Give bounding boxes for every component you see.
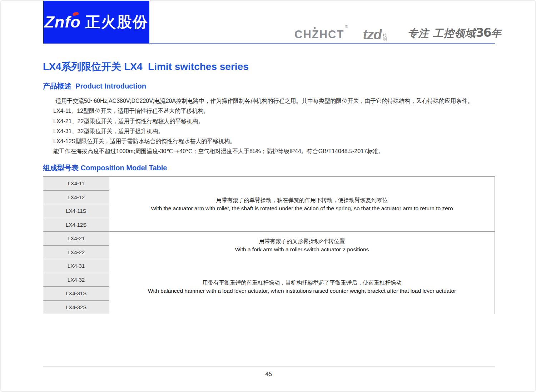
model-cell: LX4-32S (43, 300, 109, 314)
brand-logo-chinese: 正火股份 (85, 12, 148, 32)
description-cell: 用带有滚子的单臂操动，轴在弹簧的作用下转动，使操动臂恢复到零位 With the… (109, 177, 495, 232)
description-chinese: 用带有滚子的叉形臂操动2个转位置 (116, 238, 487, 245)
brand-logo-latin-text: Znfo (44, 13, 80, 31)
intro-paragraph: LX4-12S型限位开关，适用于需防水场合的惰性行程水甚大的平移机构。 (43, 136, 504, 146)
table-row: LX4-11 用带有滚子的单臂操动，轴在弹簧的作用下转动，使操动臂恢复到零位 W… (43, 177, 495, 191)
brand-slogan: 专注 工控领域36年 (407, 26, 501, 42)
chzhct-logo-text: CHZHCT (294, 28, 344, 41)
tzd-logo: tzd 特 制 (363, 28, 387, 42)
model-cell: LX4-11S (43, 204, 109, 218)
slogan-suffix: 年 (491, 27, 501, 39)
header-right-logos: CHZHCT® tzd 特 制 专注 工控领域36年 (294, 21, 496, 42)
table-row: LX4-31 用带有平衡重锤的荷重杠杆操动，当机构托架举起了平衡重锤后，使荷重杠… (43, 259, 495, 273)
slogan-prefix: 专注 工控领域 (407, 27, 476, 39)
section-heading-composition-model-table: 组成型号表 Composition Model Table (43, 163, 167, 173)
description-english: With a fork arm with a roller switch act… (116, 246, 487, 253)
chzhct-logo: CHZHCT® (294, 29, 348, 42)
model-cell: LX4-22 (43, 245, 109, 259)
tzd-logo-text: tzd (363, 28, 382, 41)
model-cell: LX4-31S (43, 287, 109, 301)
page-number: 45 (1, 371, 536, 378)
slogan-years: 36 (476, 26, 491, 40)
tzd-special-mark: 特 制 (383, 33, 387, 41)
table-row: LX4-21 用带有滚子的叉形臂操动2个转位置 With a fork arm … (43, 232, 495, 246)
intro-paragraph: LX4-21、22型限位开关，适用于惰性行程较大的平移机构。 (43, 116, 504, 126)
description-english: With the actuator arm with roller, the s… (116, 205, 487, 212)
footer-divider (43, 366, 495, 367)
description-cell: 用带有平衡重锤的荷重杠杆操动，当机构托架举起了平衡重锤后，使荷重杠杆操动 Wit… (109, 259, 495, 314)
description-chinese: 用带有平衡重锤的荷重杠杆操动，当机构托架举起了平衡重锤后，使荷重杠杆操动 (116, 279, 487, 287)
model-cell: LX4-12 (43, 190, 109, 204)
catalog-page: Znfo 正火股份 CHZHCT® tzd 特 制 专注 工控领域36年 LX4… (0, 0, 536, 392)
description-chinese: 用带有滚子的单臂操动，轴在弹簧的作用下转动，使操动臂恢复到零位 (116, 197, 487, 204)
model-cell: LX4-31 (43, 259, 109, 273)
model-cell: LX4-11 (43, 177, 109, 191)
brand-logo: Znfo 正火股份 (43, 1, 149, 44)
intro-paragraph: LX4-11、12型限位开关，适用于惰性行程不甚大的平移机构。 (43, 106, 504, 116)
composition-model-table: LX4-11 用带有滚子的单臂操动，轴在弹簧的作用下转动，使操动臂恢复到零位 W… (43, 176, 495, 314)
tzd-special-bottom: 制 (383, 37, 387, 41)
description-cell: 用带有滚子的叉形臂操动2个转位置 With a fork arm with a … (109, 232, 495, 259)
brand-logo-latin: Znfo (44, 13, 80, 31)
model-cell: LX4-12S (43, 218, 109, 232)
section-heading-product-introduction: 产品概述 Product Introduction (43, 81, 146, 91)
intro-paragraph: 适用于交流50~60Hz;AC380V;DC220V;电流20A控制电路中，作为… (43, 96, 504, 106)
intro-paragraph: 能工作在海拔高度不超过1000m;周围温度-30℃~+40℃；空气相对湿度不大于… (43, 146, 504, 156)
intro-paragraph: LX4-31、32型限位开关，适用于提升机构。 (43, 126, 504, 136)
product-introduction-text: 适用于交流50~60Hz;AC380V;DC220V;电流20A控制电路中，作为… (43, 96, 504, 157)
page-title: LX4系列限位开关 LX4 Limit switches series (43, 60, 249, 74)
model-cell: LX4-32 (43, 273, 109, 287)
registered-trademark-icon: ® (345, 24, 348, 29)
header-divider (149, 43, 495, 44)
description-english: With balanced hammer with a load lever a… (116, 288, 487, 294)
model-cell: LX4-21 (43, 232, 109, 246)
